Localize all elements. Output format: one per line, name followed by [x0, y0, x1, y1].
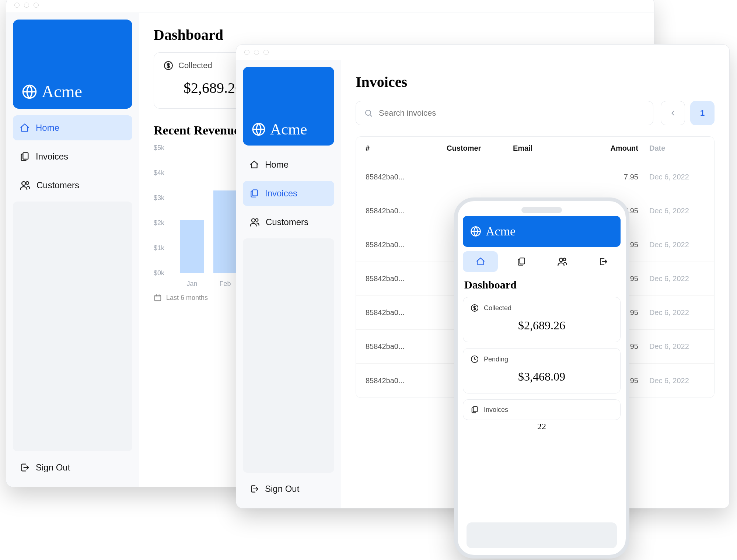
y-tick: $2k: [154, 219, 164, 227]
svg-rect-1: [23, 153, 28, 160]
home-icon: [249, 160, 259, 169]
sign-out-label: Sign Out: [36, 462, 70, 473]
stat-label: Collected: [484, 304, 511, 312]
svg-rect-5: [155, 295, 161, 301]
cell-id: 85842ba0...: [366, 173, 447, 181]
chart-bar: [180, 220, 204, 273]
document-duplicate-icon: [20, 151, 30, 162]
page-title: Dashboard: [154, 26, 639, 43]
sidebar-item-label: Invoices: [36, 151, 68, 162]
sidebar-spacer: [243, 238, 334, 473]
col-email: Email: [513, 144, 579, 153]
globe-icon: [470, 226, 481, 237]
col-date: Date: [638, 144, 705, 153]
sidebar-item-label: Invoices: [265, 188, 297, 199]
cell-amount: 7.95: [579, 173, 638, 181]
cell-id: 85842ba0...: [366, 342, 447, 351]
y-tick: $5k: [154, 144, 164, 152]
tab-signout[interactable]: [586, 251, 621, 272]
home-icon: [20, 123, 30, 133]
sign-out-icon: [20, 462, 30, 473]
cell-date: Dec 6, 2022: [638, 241, 705, 249]
tab-customers[interactable]: [545, 251, 580, 272]
svg-point-9: [255, 219, 258, 221]
x-label: Jan: [180, 280, 204, 288]
globe-icon: [252, 122, 266, 136]
cell-id: 85842ba0...: [366, 377, 447, 385]
cell-id: 85842ba0...: [366, 241, 447, 249]
svg-point-2: [22, 182, 25, 185]
invoices-count: 22: [463, 421, 621, 431]
chart-bar: [213, 190, 237, 273]
stat-card-invoices: Invoices: [463, 399, 621, 420]
page-number-button[interactable]: 1: [690, 101, 715, 125]
brand-logo: Acme: [463, 216, 621, 247]
sidebar: Acme Home Invoices Customers: [6, 13, 139, 487]
sign-out-button[interactable]: Sign Out: [13, 455, 132, 480]
sidebar-item-invoices[interactable]: Invoices: [243, 181, 334, 206]
cell-date: Dec 6, 2022: [638, 342, 705, 351]
sign-out-button[interactable]: Sign Out: [243, 476, 334, 501]
search-input[interactable]: [379, 108, 645, 118]
brand-name: Acme: [42, 82, 82, 101]
y-tick: $3k: [154, 194, 164, 202]
sidebar-item-customers[interactable]: Customers: [243, 210, 334, 235]
sidebar-item-customers[interactable]: Customers: [13, 173, 132, 198]
sidebar-item-home[interactable]: Home: [13, 115, 132, 140]
cell-date: Dec 6, 2022: [638, 207, 705, 215]
stat-value: $2,689.26: [471, 319, 613, 332]
search-input-wrap[interactable]: [356, 101, 653, 125]
sign-out-icon: [249, 484, 259, 494]
globe-icon: [22, 84, 37, 99]
cell-date: Dec 6, 2022: [638, 377, 705, 385]
brand-name: Acme: [486, 224, 516, 238]
clock-icon: [471, 355, 479, 363]
table-header: # Customer Email Amount Date: [356, 137, 714, 160]
sidebar-item-label: Home: [36, 123, 59, 133]
pagination: 1: [661, 101, 715, 125]
stat-card-collected: Collected $2,689.26: [463, 297, 621, 342]
mobile-tabs: [463, 247, 621, 276]
svg-point-8: [252, 219, 255, 222]
search-icon: [364, 109, 373, 118]
page-prev-button[interactable]: [661, 101, 685, 125]
brand-name: Acme: [270, 120, 307, 138]
chart-footer-label: Last 6 months: [166, 294, 208, 302]
tab-home[interactable]: [463, 251, 498, 272]
y-tick: $4k: [154, 169, 164, 177]
calendar-icon: [154, 294, 162, 302]
users-icon: [20, 180, 31, 191]
stat-value: $3,468.09: [471, 370, 613, 384]
phone-home-bar: [467, 522, 617, 548]
phone-notch: [521, 207, 562, 213]
col-amount: Amount: [579, 144, 638, 153]
tab-invoices[interactable]: [504, 251, 539, 272]
currency-dollar-icon: [471, 304, 479, 312]
table-row[interactable]: 85842ba0...7.95Dec 6, 2022: [356, 160, 714, 194]
sidebar-spacer: [13, 202, 132, 451]
users-icon: [249, 217, 260, 227]
cell-date: Dec 6, 2022: [638, 274, 705, 283]
sidebar-item-invoices[interactable]: Invoices: [13, 144, 132, 169]
svg-rect-7: [253, 190, 258, 196]
stat-label: Collected: [178, 61, 212, 70]
y-tick: $0k: [154, 269, 164, 277]
window-controls[interactable]: [14, 3, 39, 8]
col-customer: Customer: [447, 144, 513, 153]
svg-point-3: [26, 182, 29, 185]
sidebar-item-home[interactable]: Home: [243, 152, 334, 177]
page-title: Dashboard: [464, 279, 619, 291]
col-id: #: [366, 144, 447, 153]
document-duplicate-icon: [249, 189, 259, 198]
phone-mockup: Acme Dashboard Collected: [454, 197, 629, 559]
window-controls[interactable]: [244, 50, 269, 55]
svg-rect-12: [520, 258, 524, 264]
sidebar: Acme Home Invoices Customers: [236, 60, 341, 508]
brand-logo: Acme: [13, 20, 132, 109]
document-duplicate-icon: [471, 406, 479, 414]
stat-label: Invoices: [484, 406, 508, 414]
currency-dollar-icon: [164, 61, 173, 70]
cell-id: 85842ba0...: [366, 274, 447, 283]
x-label: Feb: [213, 280, 237, 288]
cell-date: Dec 6, 2022: [638, 173, 705, 181]
